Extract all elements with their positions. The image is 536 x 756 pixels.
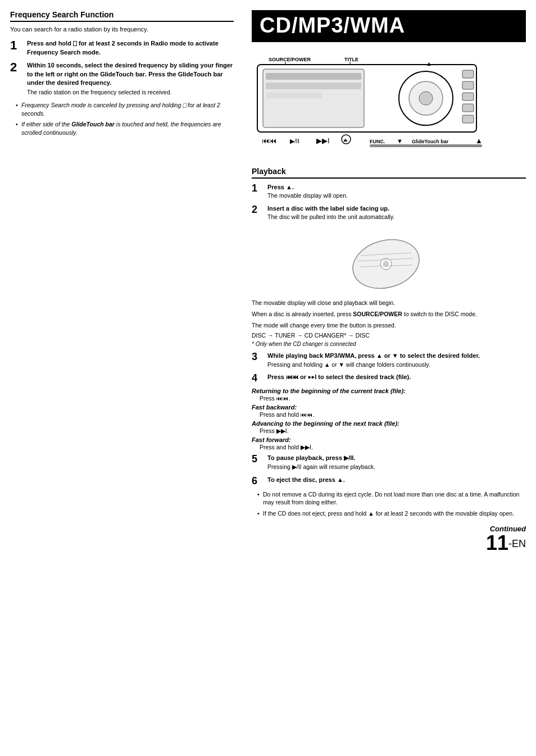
cd-mp3-wma-title: CD/MP3/WMA <box>252 10 526 42</box>
pb-step-3: 3 While playing back MP3/WMA, press ▲ or… <box>252 352 526 368</box>
disc-svg <box>344 230 434 292</box>
bullet-2: If either side of the GlideTouch bar is … <box>16 120 234 136</box>
device-diagram: SOURCE/POWER TITLE ▲ <box>252 53 526 160</box>
asterisk-note: * Only when the CD changer is connected <box>252 341 526 347</box>
prev-btn-label: ⏮⏮ <box>262 136 276 145</box>
page-number-line: 11-EN <box>252 533 526 553</box>
pb-step-2: 2 Insert a disc with the label side faci… <box>252 204 526 221</box>
step-1: 1 Press and hold ⎕ for at least 2 second… <box>10 39 234 57</box>
step-2-text: Within 10 seconds, select the desired fr… <box>27 61 234 87</box>
sub-detail-4: Press and hold ▶▶I. <box>260 444 526 450</box>
pb-step-4-bold: Press ⏮⏮ or ▶▶I to select the desired tr… <box>267 373 526 381</box>
right-button-5 <box>462 115 474 123</box>
pb-step-5: 5 To pause playback, press ▶/II. Pressin… <box>252 454 526 471</box>
pb-step-1-sub: The movable display will open. <box>267 192 526 200</box>
small-btn-icon: ⏏ <box>343 138 348 143</box>
title-label: TITLE <box>344 57 358 62</box>
bullet-1-text: Frequency Search mode is canceled by pre… <box>21 102 220 117</box>
pb-step-1-num: 1 <box>252 183 264 193</box>
pb-step-6-num: 6 <box>252 476 264 486</box>
sub-heading-3: Advancing to the beginning of the next t… <box>252 420 526 427</box>
glide-touch-ref1: GlideTouch bar <box>100 71 145 78</box>
pb-step-6-bold: To eject the disc, press ▲. <box>267 476 526 484</box>
main-knob-center <box>419 92 433 105</box>
pb-step-4: 4 Press ⏮⏮ or ▶▶I to select the desired … <box>252 373 526 383</box>
step-2-num: 2 <box>10 61 24 74</box>
pb-note-2: When a disc is already inserted, press S… <box>252 310 526 319</box>
glide-touch-diagram-label: GlideTouch bar <box>412 139 449 144</box>
step-2: 2 Within 10 seconds, select the desired … <box>10 61 234 97</box>
sub-detail-2: Press and hold ⏮⏮. <box>260 411 526 418</box>
pb-step-1-bold: Press ▲. <box>267 183 526 192</box>
pb-step-3-bold: While playing back MP3/WMA, press ▲ or ▼… <box>267 352 526 360</box>
right-button-1 <box>462 70 474 78</box>
right-button-4 <box>462 104 474 112</box>
pb-step-6: 6 To eject the disc, press ▲. <box>252 476 526 486</box>
step-1-num: 1 <box>10 39 24 52</box>
pb-step-2-content: Insert a disc with the label side facing… <box>267 204 526 221</box>
pb-note-3: The mode will change every time the butt… <box>252 321 526 330</box>
pb-step-4-num: 4 <box>252 373 264 383</box>
pb-step-6-content: To eject the disc, press ▲. <box>267 476 526 484</box>
pb-step-3-content: While playing back MP3/WMA, press ▲ or ▼… <box>267 352 526 368</box>
step-1-content: Press and hold ⎕ for at least 2 seconds … <box>27 39 234 57</box>
down-arrow-label: ▼ <box>397 138 403 144</box>
glide-touch-ref3: GlideTouch bar <box>71 121 115 127</box>
source-power-label: SOURCE/POWER <box>269 57 311 62</box>
playpause-btn-label: ▶/II <box>290 138 299 144</box>
glide-touch-ref2: GlideTouch bar <box>178 71 223 78</box>
pb-step-1-content: Press ▲. The movable display will open. <box>267 183 526 200</box>
pb-step-1: 1 Press ▲. The movable display will open… <box>252 183 526 200</box>
disc-flow: DISC → TUNER → CD CHANGER* → DISC <box>252 332 526 339</box>
disc-illustration <box>252 230 526 292</box>
pb-step-5-content: To pause playback, press ▶/II. Pressing … <box>267 454 526 471</box>
step-1-text: Press and hold ⎕ for at least 2 seconds … <box>27 39 234 57</box>
step-2-content: Within 10 seconds, select the desired fr… <box>27 61 234 97</box>
sub-heading-1: Returning to the beginning of the curren… <box>252 388 526 394</box>
sub-heading-2: Fast backward: <box>252 404 526 411</box>
bullet-2-text: If either side of the GlideTouch bar is … <box>21 121 221 136</box>
pb-step-2-sub: The disc will be pulled into the unit au… <box>267 213 526 221</box>
sub-detail-1: Press ⏮⏮. <box>260 395 526 402</box>
display-line3 <box>266 93 322 98</box>
playback-title: Playback <box>252 167 526 179</box>
sub-detail-3: Press ▶▶I. <box>260 427 526 434</box>
sub-section-1: Returning to the beginning of the curren… <box>252 388 526 402</box>
pb-step-2-num: 2 <box>252 204 264 215</box>
pb-step-2-bold: Insert a disc with the label side facing… <box>267 204 526 213</box>
right-button-2 <box>462 81 474 89</box>
func-label: FUNC. <box>370 139 385 144</box>
page-suffix: -EN <box>508 538 526 549</box>
left-column: Frequency Search Function You can search… <box>10 10 246 746</box>
up-arrow-label: ▲ <box>426 60 432 67</box>
pb-step-3-sub: Pressing and holding ▲ or ▼ will change … <box>267 361 526 369</box>
pb-step-5-num: 5 <box>252 454 264 464</box>
right-column: CD/MP3/WMA SOURCE/POWER TITLE ▲ <box>246 10 526 746</box>
pb-step-5-bold: To pause playback, press ▶/II. <box>267 454 526 462</box>
pb-step-4-content: Press ⏮⏮ or ▶▶I to select the desired tr… <box>267 373 526 381</box>
pb-note-1: The movable display will close and playb… <box>252 299 526 308</box>
sub-section-2: Fast backward: Press and hold ⏮⏮. <box>252 404 526 418</box>
bottom-bullet-1: Do not remove a CD during its eject cycl… <box>257 490 526 507</box>
bottom-bullet-2: If the CD does not eject, press and hold… <box>257 509 526 518</box>
bottom-bullets: Do not remove a CD during its eject cycl… <box>257 490 526 518</box>
freq-bullets: Frequency Search mode is canceled by pre… <box>16 101 234 137</box>
sub-section-3: Advancing to the beginning of the next t… <box>252 420 526 434</box>
device-svg: SOURCE/POWER TITLE ▲ <box>252 53 493 160</box>
bullet-1: Frequency Search mode is canceled by pre… <box>16 101 234 117</box>
page-number: 11 <box>486 531 508 554</box>
next-btn-label: ▶▶I <box>316 136 330 145</box>
freq-intro: You can search for a radio station by it… <box>10 25 234 34</box>
display-line2 <box>266 83 361 89</box>
freq-search-title: Frequency Search Function <box>10 10 234 22</box>
continued-label: Continued <box>252 525 526 533</box>
display-line1 <box>266 73 361 80</box>
continued-section: Continued 11-EN <box>252 525 526 553</box>
eject-bottom-label: ▲ <box>475 136 483 145</box>
glide-touch-bar-shape <box>370 144 482 147</box>
pb-step-5-sub: Pressing ▶/II again will resume playback… <box>267 463 526 471</box>
step-2-sub: The radio station on the frequency selec… <box>27 88 234 97</box>
right-button-3 <box>462 93 474 101</box>
pb-step-3-num: 3 <box>252 352 264 362</box>
sub-section-4: Fast forward: Press and hold ▶▶I. <box>252 436 526 450</box>
